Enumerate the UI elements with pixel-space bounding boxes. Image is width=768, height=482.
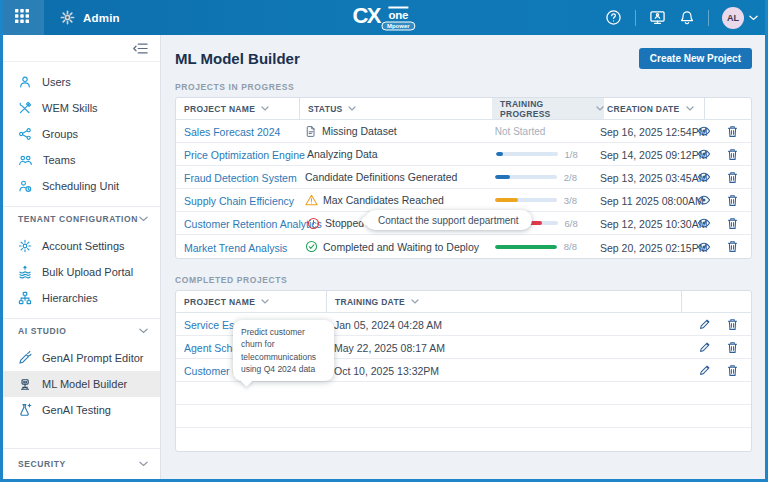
- in-progress-table-header: PROJECT NAME STATUS TRAINING PROGRESS CR…: [176, 98, 751, 120]
- app-launcher-button[interactable]: [0, 0, 44, 35]
- sidebar-item-ml-model-builder[interactable]: ML Model Builder: [3, 371, 160, 397]
- sidebar-group-tenant: Account Settings Bulk Upload Portal Hier…: [3, 231, 160, 318]
- edit-pencil-icon[interactable]: [699, 341, 711, 353]
- delete-trash-icon[interactable]: [727, 125, 738, 138]
- sidebar-item-wem-skills[interactable]: WEM Skills: [3, 95, 160, 121]
- view-eye-icon[interactable]: [697, 126, 711, 136]
- create-new-project-button[interactable]: Create New Project: [639, 48, 752, 69]
- sidebar-item-label: Bulk Upload Portal: [42, 266, 133, 278]
- column-header-project-name[interactable]: PROJECT NAME: [176, 98, 299, 119]
- column-label: STATUS: [308, 104, 343, 114]
- sidebar-group-ai-studio: GenAI Prompt Editor ML Model Builder Gen…: [3, 343, 160, 430]
- delete-trash-icon[interactable]: [727, 318, 738, 331]
- progress-not-started: Not Started: [495, 126, 546, 137]
- progress-fraction: 3/8: [564, 195, 577, 206]
- sort-chevron-icon: [261, 106, 269, 111]
- logo-mpower-badge: Mpower: [381, 21, 416, 30]
- column-header-creation-date[interactable]: CREATION DATE: [604, 98, 704, 119]
- creation-date: Sep 12, 2025 10:30AM: [600, 218, 707, 230]
- check-circle-icon: [305, 240, 318, 253]
- delete-trash-icon[interactable]: [727, 364, 738, 377]
- user-menu[interactable]: AL: [722, 7, 758, 29]
- creation-date: Sep 14, 2025 09:12PM: [600, 149, 707, 161]
- progress-cell: 8/8: [487, 241, 597, 252]
- progress-cell: 2/8: [487, 172, 597, 183]
- sidebar-item-groups[interactable]: Groups: [3, 121, 160, 147]
- delete-trash-icon[interactable]: [727, 194, 738, 207]
- project-link[interactable]: Market Trend Analysis: [184, 242, 287, 254]
- project-link[interactable]: Sales Forecast 2024: [184, 126, 280, 138]
- project-link[interactable]: Fraud Detection System: [184, 172, 297, 184]
- current-app[interactable]: Admin: [60, 10, 120, 25]
- status-text: Completed and Waiting to Deploy: [323, 241, 479, 253]
- screen-share-button[interactable]: [649, 9, 666, 26]
- sort-chevron-icon: [411, 299, 419, 304]
- edit-pencil-icon[interactable]: [699, 364, 711, 376]
- progress-cell: 3/8: [487, 195, 597, 206]
- project-link[interactable]: Price Optimization Engine: [184, 149, 305, 161]
- sidebar-item-scheduling-unit[interactable]: Scheduling Unit: [3, 173, 160, 199]
- status-text: Missing Dataset: [322, 125, 397, 137]
- delete-trash-icon[interactable]: [727, 240, 738, 253]
- delete-trash-icon[interactable]: [727, 148, 738, 161]
- sidebar-item-bulk-upload-portal[interactable]: Bulk Upload Portal: [3, 259, 160, 285]
- sidebar-item-hierarchies[interactable]: Hierarchies: [3, 285, 160, 311]
- training-date: May 22, 2025 08:17 AM: [334, 342, 445, 354]
- sidebar-item-label: Users: [42, 76, 71, 88]
- completed-section-label: COMPLETED PROJECTS: [175, 275, 752, 285]
- chevron-down-icon: [139, 216, 148, 222]
- view-eye-icon[interactable]: [697, 149, 711, 159]
- main-content: ML Model Builder Create New Project PROJ…: [161, 35, 765, 479]
- project-link[interactable]: Supply Chain Efficiency: [184, 195, 294, 207]
- page-title: ML Model Builder: [175, 50, 300, 67]
- sidebar-item-users[interactable]: Users: [3, 69, 160, 95]
- prompt-pen-icon: [18, 351, 32, 365]
- sidebar-item-genai-testing[interactable]: GenAI Testing: [3, 397, 160, 423]
- waffle-icon: [14, 8, 30, 28]
- progress-bar: [495, 198, 557, 202]
- delete-trash-icon[interactable]: [727, 171, 738, 184]
- avatar: AL: [722, 7, 744, 29]
- column-label: PROJECT NAME: [184, 104, 255, 114]
- section-tenant-configuration[interactable]: TENANT CONFIGURATION: [3, 207, 160, 231]
- edit-pencil-icon[interactable]: [699, 318, 711, 330]
- sidebar-collapse-button[interactable]: [132, 42, 148, 55]
- section-label: AI STUDIO: [18, 326, 66, 336]
- sidebar-item-genai-prompt-editor[interactable]: GenAI Prompt Editor: [3, 345, 160, 371]
- help-button[interactable]: [605, 9, 622, 26]
- column-header-training-progress[interactable]: TRAINING PROGRESS: [492, 98, 604, 119]
- column-header-actions: [704, 98, 751, 119]
- column-header-status[interactable]: STATUS: [299, 98, 492, 119]
- column-header-training-date[interactable]: TRAINING DATE: [326, 291, 681, 312]
- delete-trash-icon[interactable]: [727, 341, 738, 354]
- progress-fraction: 6/8: [565, 218, 578, 229]
- chevron-down-icon: [139, 461, 148, 467]
- sidebar-item-label: Hierarchies: [42, 292, 98, 304]
- view-eye-icon[interactable]: [697, 242, 711, 252]
- person-clock-icon: [18, 179, 32, 193]
- sidebar-item-teams[interactable]: Teams: [3, 147, 160, 173]
- creation-date: Sep 20, 2025 02:15PM: [600, 242, 707, 254]
- view-eye-icon[interactable]: [697, 172, 711, 182]
- view-eye-icon[interactable]: [697, 195, 711, 205]
- empty-table-row: [176, 428, 751, 451]
- cxone-logo: CX one Mpower: [352, 5, 415, 30]
- column-label: TRAINING DATE: [335, 297, 405, 307]
- sort-chevron-icon: [348, 106, 356, 111]
- user-icon: [18, 75, 32, 89]
- notifications-bell-button[interactable]: [679, 10, 695, 26]
- section-ai-studio[interactable]: AI STUDIO: [3, 319, 160, 343]
- sidebar-item-account-settings[interactable]: Account Settings: [3, 233, 160, 259]
- section-security[interactable]: SECURITY: [3, 449, 160, 479]
- column-header-project-name[interactable]: PROJECT NAME: [176, 291, 326, 312]
- in-progress-section-label: PROJECTS IN PROGRESS: [175, 82, 752, 92]
- chevron-down-icon: [749, 15, 758, 21]
- column-label: PROJECT NAME: [184, 297, 255, 307]
- project-description-tooltip: Predict customer churn for telecommunica…: [233, 320, 334, 381]
- view-eye-icon[interactable]: [697, 218, 711, 228]
- delete-trash-icon[interactable]: [727, 217, 738, 230]
- logo-cx-text: CX: [352, 5, 380, 25]
- column-header-actions: [681, 291, 751, 312]
- status-text: Analyzing Data: [307, 148, 378, 160]
- sidebar-item-label: Teams: [43, 154, 75, 166]
